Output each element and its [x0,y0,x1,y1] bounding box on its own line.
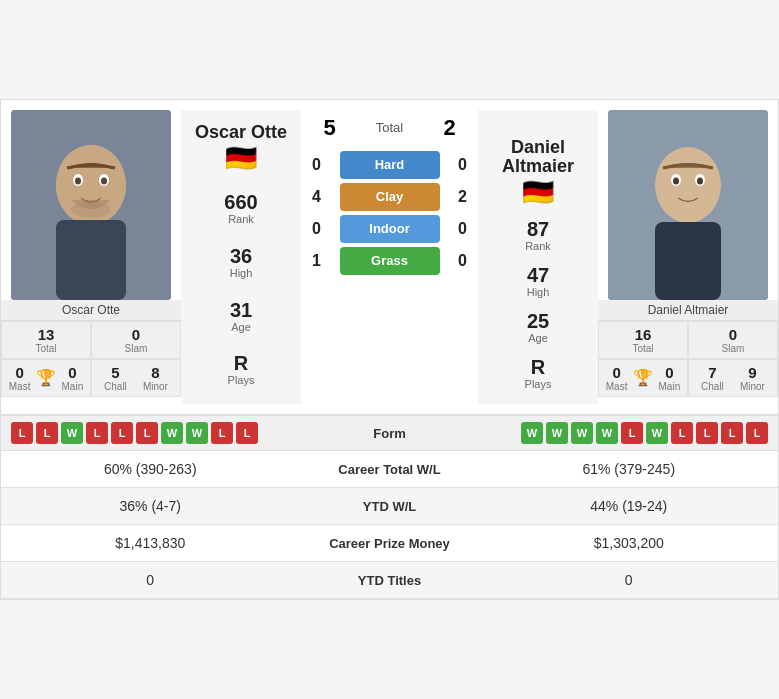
svg-point-14 [673,177,679,184]
indoor-row: 0 Indoor 0 [301,215,478,243]
indoor-score-left: 0 [302,220,332,238]
stat-row: 0YTD Titles0 [1,562,778,599]
form-pill: L [36,422,58,444]
right-high-block: 47 High [527,264,550,298]
form-row: LLWLLLWWLL Form WWWWLWLLLL [1,416,778,451]
stat-value-left: 60% (390-263) [11,461,290,477]
right-rank-block: 87 Rank [525,218,551,252]
right-trophy-icon: 🏆 [633,368,653,387]
grass-score-right: 0 [448,252,478,270]
right-player-name-top: Daniel Altmaier [502,118,574,177]
middle-section: 5 Total 2 0 Hard 0 4 Clay 2 [301,110,478,404]
right-age-block: 25 Age [527,310,549,344]
clay-row: 4 Clay 2 [301,183,478,211]
total-label: Total [350,120,430,135]
right-panel-stats: Daniel Altmaier 🇩🇪 87 Rank 47 High 25 Ag… [478,110,598,404]
hard-row: 0 Hard 0 [301,151,478,179]
indoor-score-right: 0 [448,220,478,238]
right-player-name-below: Daniel Altmaier [598,300,778,320]
form-pill: W [521,422,543,444]
form-pill: L [86,422,108,444]
bottom-section: LLWLLLWWLL Form WWWWLWLLLL 60% (390-263)… [1,414,778,599]
stat-value-right: 61% (379-245) [490,461,769,477]
grass-btn[interactable]: Grass [340,247,440,275]
form-pill: L [11,422,33,444]
left-trophy-icon: 🏆 [36,368,56,387]
stat-label-center: YTD Titles [290,573,490,588]
grass-score-left: 1 [302,252,332,270]
left-player-name-below: Oscar Otte [1,300,181,320]
stat-row: 36% (4-7)YTD W/L44% (19-24) [1,488,778,525]
left-chall-minor-cell: 5 Chall 8 Minor [91,359,181,397]
form-label: Form [310,426,470,441]
form-pill: W [596,422,618,444]
left-total-cell: 13 Total [1,321,91,359]
stat-value-left: 0 [11,572,290,588]
form-pill: L [621,422,643,444]
clay-btn[interactable]: Clay [340,183,440,211]
form-pill: L [211,422,233,444]
svg-rect-8 [56,220,126,300]
svg-point-7 [101,177,107,184]
stat-row: $1,413,830Career Prize Money$1,303,200 [1,525,778,562]
form-pill: W [161,422,183,444]
stat-value-left: 36% (4-7) [11,498,290,514]
hard-score-left: 0 [302,156,332,174]
form-pill: L [721,422,743,444]
hard-score-right: 0 [448,156,478,174]
stat-value-right: 0 [490,572,769,588]
left-slam-cell: 0 Slam [91,321,181,359]
right-player-photo [608,110,768,300]
left-stats-grid: 13 Total 0 Slam 0 Mast 🏆 0 Main [1,320,181,397]
stat-value-right: $1,303,200 [490,535,769,551]
indoor-btn[interactable]: Indoor [340,215,440,243]
grass-row: 1 Grass 0 [301,247,478,275]
stats-rows: 60% (390-263)Career Total W/L61% (379-24… [1,451,778,599]
form-pill: L [746,422,768,444]
form-pill: W [61,422,83,444]
left-mast-cell: 0 Mast 🏆 0 Main [1,359,91,397]
left-plays-block: R Plays [228,352,255,386]
svg-rect-16 [655,222,721,300]
right-slam-cell: 0 Slam [688,321,778,359]
clay-score-left: 4 [302,188,332,206]
top-section: Oscar Otte 13 Total 0 Slam 0 Mast 🏆 [1,100,778,414]
right-mast-cell: 0 Mast 🏆 0 Main [598,359,688,397]
left-flag: 🇩🇪 [195,143,287,174]
surface-rows: 0 Hard 0 4 Clay 2 0 Indoor [301,151,478,275]
right-form-pills: WWWWLWLLLL [470,422,769,444]
left-high-block: 36 High [230,245,253,279]
left-rank-block: 660 Rank [224,191,257,225]
right-flag: 🇩🇪 [502,177,574,208]
form-pill: W [546,422,568,444]
stat-value-left: $1,413,830 [11,535,290,551]
form-pill: L [136,422,158,444]
right-plays-block: R Plays [525,356,552,390]
form-pill: L [696,422,718,444]
left-panel-stats: Oscar Otte 🇩🇪 660 Rank 36 High 31 Age R … [181,110,301,404]
right-total-cell: 16 Total [598,321,688,359]
stat-row: 60% (390-263)Career Total W/L61% (379-24… [1,451,778,488]
total-row: 5 Total 2 [301,115,478,141]
clay-score-right: 2 [448,188,478,206]
hard-btn[interactable]: Hard [340,151,440,179]
right-player-column: Daniel Altmaier 16 Total 0 Slam 0 Mast 🏆 [598,110,778,404]
svg-point-6 [75,177,81,184]
left-form-pills: LLWLLLWWLL [11,422,310,444]
stat-value-right: 44% (19-24) [490,498,769,514]
stat-label-center: Career Prize Money [290,536,490,551]
main-container: Oscar Otte 13 Total 0 Slam 0 Mast 🏆 [0,99,779,600]
form-pill: L [236,422,258,444]
form-pill: W [186,422,208,444]
right-stats-grid: 16 Total 0 Slam 0 Mast 🏆 0 Main [598,320,778,397]
right-chall-minor-cell: 7 Chall 9 Minor [688,359,778,397]
stat-label-center: YTD W/L [290,499,490,514]
total-score-left: 5 [310,115,350,141]
left-player-name-top: Oscar Otte [195,122,287,143]
total-score-right: 2 [430,115,470,141]
svg-point-15 [697,177,703,184]
form-pill: L [111,422,133,444]
stat-label-center: Career Total W/L [290,462,490,477]
left-age-block: 31 Age [230,299,252,333]
form-pill: L [671,422,693,444]
